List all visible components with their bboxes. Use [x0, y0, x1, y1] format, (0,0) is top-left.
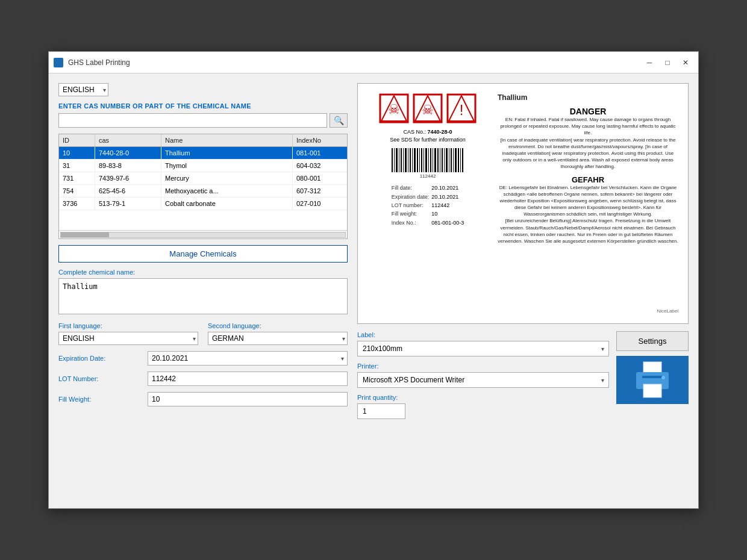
scrollbar-thumb: [61, 232, 109, 237]
col-cas: cas: [95, 134, 161, 146]
svg-rect-11: [396, 148, 398, 172]
title-bar: GHS Label Printing ─ □ ✕: [49, 52, 698, 73]
svg-rect-30: [440, 148, 440, 172]
scrollbar-track: [60, 232, 346, 238]
barcode-lot-number: 112442: [420, 173, 436, 179]
svg-rect-19: [414, 148, 416, 172]
svg-rect-29: [437, 148, 439, 172]
minimize-button[interactable]: ─: [642, 57, 657, 69]
first-language-label: First language:: [58, 322, 198, 329]
fill-weight-input[interactable]: [148, 392, 348, 406]
search-label: ENTER CAS NUMBER OR PART OF THE CHEMICAL…: [58, 102, 348, 110]
cell-id: 10: [59, 147, 95, 159]
fill-weight-label: Fill Weight:: [58, 396, 143, 403]
print-quantity-label: Print quantity:: [357, 394, 609, 401]
right-panel: ☠ ☠ !: [357, 83, 689, 499]
svg-text:☠: ☠: [388, 102, 400, 117]
svg-rect-20: [417, 148, 418, 172]
cell-name: Methoxyacetic a...: [161, 185, 293, 197]
svg-rect-27: [433, 148, 433, 172]
svg-rect-33: [446, 148, 448, 172]
fill-date-value: 20.10.2021: [430, 184, 465, 192]
right-action-buttons: Settings: [616, 331, 689, 419]
label-left-section: ☠ ☠ !: [367, 93, 488, 314]
svg-rect-22: [421, 148, 422, 172]
svg-rect-38: [458, 148, 459, 172]
second-language-wrapper: GERMAN ENGLISH: [208, 332, 348, 345]
maximize-button[interactable]: □: [660, 57, 675, 69]
ghs-icon-skull: ☠: [413, 93, 443, 123]
danger-text-de: DE: Lebensgefahr bei Einatmen. Lebensgef…: [498, 184, 678, 245]
table-row[interactable]: 10 7440-28-0 Thallium 081-001: [59, 147, 347, 160]
cell-index: 081-001: [293, 147, 347, 159]
cell-index: 080-001: [293, 172, 347, 184]
ghs-icons-row: ☠ ☠ !: [379, 93, 477, 123]
search-button[interactable]: 🔍: [330, 113, 348, 128]
label-size-field: Label: 210x100mm 100x100mm A4: [357, 331, 609, 356]
svg-rect-14: [403, 148, 404, 172]
cell-cas: 513-79-1: [95, 198, 161, 210]
chemical-name-textarea[interactable]: [58, 278, 348, 314]
svg-rect-13: [401, 148, 402, 172]
svg-rect-32: [444, 148, 445, 172]
cas-note: See SDS for further information: [390, 136, 466, 144]
first-language-field: First language: ENGLISH GERMAN: [58, 322, 198, 345]
second-language-dropdown[interactable]: GERMAN ENGLISH: [208, 332, 348, 345]
cell-name: Thallium: [161, 147, 293, 159]
lot-number-input[interactable]: [148, 372, 348, 386]
cell-index: 027-010: [293, 198, 347, 210]
svg-rect-10: [394, 148, 395, 172]
svg-rect-26: [430, 148, 431, 172]
cell-cas: 625-45-6: [95, 185, 161, 197]
print-button[interactable]: [616, 356, 689, 404]
window-title: GHS Label Printing: [68, 58, 642, 67]
settings-button[interactable]: Settings: [616, 331, 689, 351]
svg-rect-16: [408, 148, 408, 172]
printer-select[interactable]: Microsoft XPS Document Writer PDF Printe…: [357, 372, 609, 388]
barcode-area: 112442: [392, 148, 464, 179]
col-name: Name: [161, 134, 293, 146]
label-right-section: Thallium DANGER EN: Fatal if inhaled. Fa…: [498, 93, 678, 314]
svg-rect-37: [455, 148, 457, 172]
cell-name: Thymol: [161, 160, 293, 172]
ghs-icon-flame: ☠: [379, 93, 409, 123]
index-no-value: 081-001-00-3: [430, 219, 465, 227]
svg-rect-24: [425, 148, 427, 172]
danger-german-section: GEFAHR DE: Lebensgefahr bei Einatmen. Le…: [498, 175, 678, 245]
horizontal-scrollbar[interactable]: [59, 230, 347, 238]
expiration-date-select[interactable]: 20.10.2021: [148, 351, 348, 366]
table-row[interactable]: 731 7439-97-6 Mercury 080-001: [59, 172, 347, 185]
cell-id: 731: [59, 172, 95, 184]
danger-word-en: DANGER: [498, 107, 678, 116]
lot-number-label: LOT Number:: [58, 375, 143, 382]
label-size-select[interactable]: 210x100mm 100x100mm A4: [357, 341, 609, 356]
ghs-icon-exclamation: !: [446, 93, 477, 123]
svg-rect-36: [453, 148, 454, 172]
svg-rect-25: [428, 148, 429, 172]
svg-rect-21: [419, 148, 420, 172]
svg-rect-35: [451, 148, 452, 172]
search-section: ENTER CAS NUMBER OR PART OF THE CHEMICAL…: [58, 102, 348, 128]
table-row[interactable]: 3736 513-79-1 Cobalt carbonate 027-010: [59, 198, 347, 210]
svg-rect-17: [410, 148, 411, 172]
svg-rect-39: [460, 148, 461, 172]
first-language-dropdown[interactable]: ENGLISH GERMAN: [58, 332, 198, 345]
printer-field: Printer: Microsoft XPS Document Writer P…: [357, 362, 609, 388]
cell-id: 3736: [59, 198, 95, 210]
search-input[interactable]: [58, 113, 327, 128]
second-language-label: Second language:: [208, 322, 348, 329]
language-selector-row: ENGLISH GERMAN: [58, 83, 348, 96]
table-row[interactable]: 31 89-83-8 Thymol 604-032: [59, 160, 347, 172]
left-panel: ENGLISH GERMAN ENTER CAS NUMBER OR PART …: [58, 83, 348, 499]
bottom-controls: Label: 210x100mm 100x100mm A4 Printer:: [357, 331, 689, 419]
close-button[interactable]: ✕: [678, 57, 693, 69]
manage-chemicals-button[interactable]: Manage Chemicals: [58, 245, 348, 263]
language-dropdown[interactable]: ENGLISH GERMAN: [58, 83, 108, 96]
table-row[interactable]: 754 625-45-6 Methoxyacetic a... 607-312: [59, 185, 347, 198]
first-language-wrapper: ENGLISH GERMAN: [58, 332, 198, 345]
cell-name: Cobalt carbonate: [161, 198, 293, 210]
main-content: ENGLISH GERMAN ENTER CAS NUMBER OR PART …: [49, 73, 698, 508]
table-header: ID cas Name IndexNo: [59, 134, 347, 147]
cell-id: 754: [59, 185, 95, 197]
print-quantity-input[interactable]: [357, 403, 405, 419]
